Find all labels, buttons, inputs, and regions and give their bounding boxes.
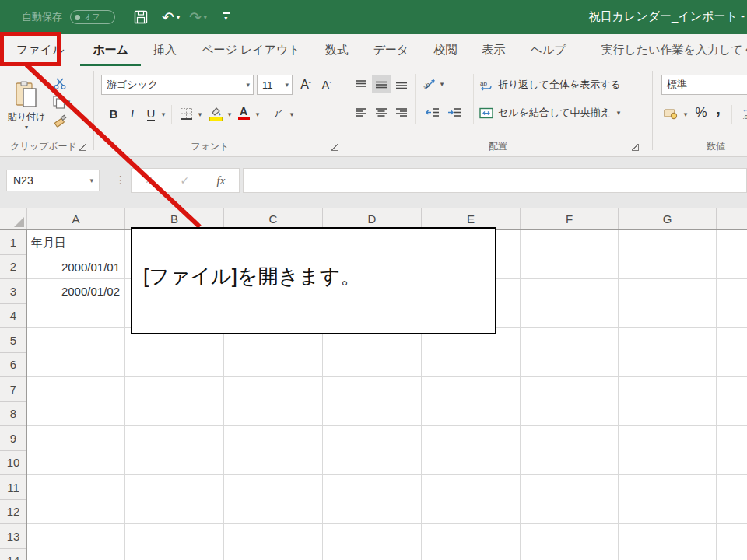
formula-bar-area: N23 ▾ ⋮ × ✓ fx	[0, 157, 747, 208]
font-name-combo[interactable]: 游ゴシック ▾	[101, 75, 254, 95]
orientation-button[interactable]: ab ▾	[422, 75, 445, 93]
align-center-button[interactable]	[372, 103, 391, 121]
format-painter-button[interactable]	[51, 113, 68, 128]
row-header-1[interactable]: 1	[0, 230, 26, 255]
tab-view[interactable]: 表示	[469, 34, 517, 66]
fill-color-dropdown-icon[interactable]: ▾	[224, 107, 233, 121]
merge-center-icon	[479, 107, 493, 119]
row-header-10[interactable]: 10	[0, 451, 26, 476]
select-all-button[interactable]	[0, 208, 27, 229]
row-header-9[interactable]: 9	[0, 426, 26, 451]
merge-center-button[interactable]: セルを結合して中央揃え ▾	[479, 103, 644, 123]
name-box[interactable]: N23 ▾	[6, 170, 100, 191]
orientation-dropdown-icon[interactable]: ▾	[440, 80, 444, 88]
align-top-button[interactable]	[352, 75, 370, 93]
row-header-14[interactable]: 14	[0, 549, 26, 560]
tab-home[interactable]: ホーム	[80, 34, 141, 66]
comma-style-button[interactable]: ,	[711, 99, 725, 119]
phonetic-dropdown-icon[interactable]: ▾	[286, 107, 296, 121]
insert-function-button[interactable]: fx	[216, 174, 225, 187]
percent-style-button[interactable]: %	[693, 103, 710, 123]
column-header-f[interactable]: F	[520, 208, 618, 229]
column-header-c[interactable]: C	[223, 208, 322, 229]
toggle-knob-icon	[75, 15, 80, 20]
merge-dropdown-icon[interactable]: ▾	[617, 109, 621, 117]
row-header-13[interactable]: 13	[0, 524, 26, 549]
font-color-dropdown-icon[interactable]: ▾	[252, 107, 261, 121]
accounting-format-button[interactable]	[661, 104, 680, 123]
row-header-6[interactable]: 6	[0, 353, 26, 378]
underline-button[interactable]: U	[143, 104, 159, 123]
save-button[interactable]	[134, 10, 148, 24]
accounting-dropdown-icon[interactable]: ▾	[680, 107, 689, 121]
column-header-d[interactable]: D	[322, 208, 421, 229]
cell-a1[interactable]: 年月日	[28, 230, 123, 254]
cell-a2[interactable]: 2000/01/01	[28, 255, 120, 279]
group-separator	[93, 71, 94, 150]
number-format-combo[interactable]: 標準	[661, 75, 747, 95]
increase-decimal-button[interactable]: ←0 .00	[735, 104, 747, 123]
alignment-dialog-launcher-icon[interactable]	[632, 144, 639, 151]
bold-button[interactable]: B	[106, 104, 121, 123]
font-color-button[interactable]: A	[235, 103, 252, 123]
tab-insert[interactable]: 挿入	[141, 34, 189, 66]
decrease-indent-button[interactable]	[423, 103, 442, 121]
increase-indent-button[interactable]	[445, 103, 464, 121]
decrease-font-size-button[interactable]: Aˇ	[317, 76, 336, 93]
underline-dropdown-icon[interactable]: ▾	[158, 107, 167, 121]
tell-me-search[interactable]: 実行したい作業を入力してくださ	[594, 34, 747, 66]
tab-formulas[interactable]: 数式	[313, 34, 361, 66]
fill-color-button[interactable]	[207, 104, 224, 123]
wrap-text-button[interactable]: ab 折り返して全体を表示する	[479, 75, 644, 95]
italic-button[interactable]: I	[124, 104, 140, 123]
autosave-toggle[interactable]: オフ	[70, 10, 115, 24]
align-left-icon	[355, 107, 367, 117]
align-middle-button[interactable]	[372, 75, 391, 93]
customize-quick-access-button[interactable]: ▾	[223, 12, 230, 22]
align-right-icon	[395, 107, 408, 117]
increase-font-size-button[interactable]: Aˆ	[296, 76, 315, 93]
font-size-dropdown-icon[interactable]: ▾	[285, 81, 289, 89]
row-header-8[interactable]: 8	[0, 402, 26, 427]
column-header-a[interactable]: A	[27, 208, 124, 229]
tab-data[interactable]: データ	[361, 34, 422, 66]
row-header-7[interactable]: 7	[0, 377, 26, 402]
merge-center-label: セルを結合して中央揃え	[498, 106, 611, 120]
font-name-value: 游ゴシック	[107, 78, 158, 92]
font-size-combo[interactable]: 11 ▾	[257, 75, 293, 95]
row-header-11[interactable]: 11	[0, 475, 26, 500]
annotation-text: [ファイル]を開きます。	[143, 263, 360, 290]
font-name-dropdown-icon[interactable]: ▾	[246, 81, 250, 89]
phonetic-guide-button[interactable]: ア	[269, 104, 286, 123]
enter-icon[interactable]: ✓	[180, 174, 189, 187]
tab-review[interactable]: 校閲	[421, 34, 469, 66]
tab-page-layout[interactable]: ページ レイアウト	[189, 34, 313, 66]
row-header-3[interactable]: 3	[0, 279, 26, 304]
paste-dropdown-icon[interactable]: ▾	[25, 124, 28, 131]
row-header-2[interactable]: 2	[0, 255, 26, 280]
tab-help[interactable]: ヘルプ	[517, 34, 578, 66]
align-right-button[interactable]	[392, 103, 411, 121]
clipboard-dialog-launcher-icon[interactable]	[79, 144, 86, 151]
align-bottom-button[interactable]	[392, 75, 411, 93]
row-header-5[interactable]: 5	[0, 328, 26, 353]
borders-dropdown-icon[interactable]: ▾	[195, 107, 204, 121]
column-header-g[interactable]: G	[618, 208, 716, 229]
redo-button[interactable]: ↷ ▾	[189, 10, 207, 25]
column-header-e[interactable]: E	[421, 208, 520, 229]
font-dialog-launcher-icon[interactable]	[331, 144, 338, 151]
increase-indent-icon	[447, 107, 461, 117]
borders-icon	[180, 107, 193, 121]
formula-input[interactable]	[243, 168, 747, 193]
row-header-4[interactable]: 4	[0, 304, 26, 329]
name-box-dropdown-icon[interactable]: ▾	[89, 177, 99, 184]
column-header-b[interactable]: B	[124, 208, 223, 229]
formula-bar-resize-handle[interactable]: ⋮	[115, 173, 126, 186]
undo-button[interactable]: ↶ ▾	[162, 10, 180, 25]
row-header-12[interactable]: 12	[0, 500, 26, 525]
cell-a3[interactable]: 2000/01/02	[28, 279, 120, 303]
column-header-h[interactable]	[716, 208, 747, 229]
align-left-button[interactable]	[352, 103, 370, 121]
borders-button[interactable]	[177, 106, 195, 121]
undo-dropdown-icon[interactable]: ▾	[177, 14, 180, 21]
